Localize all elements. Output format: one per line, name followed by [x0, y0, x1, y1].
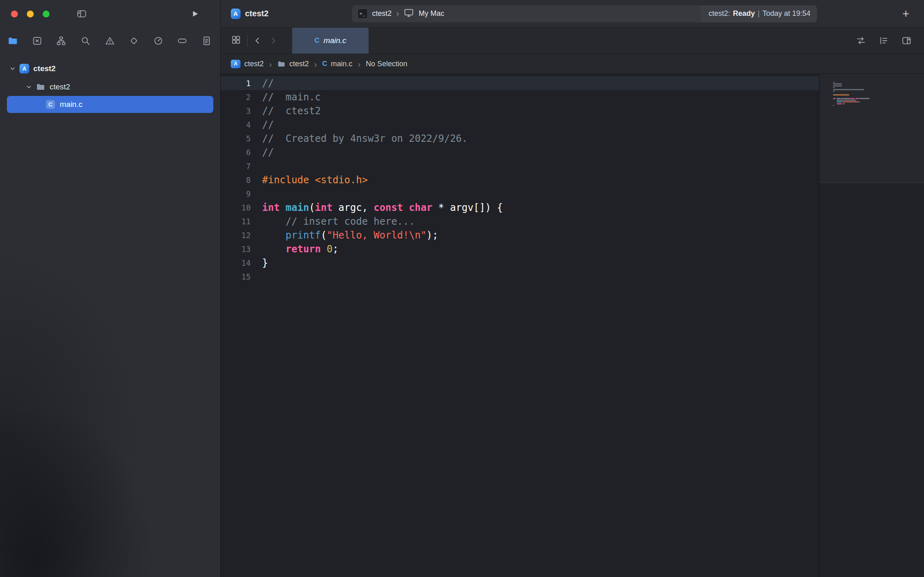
jumpbar-label: ctest2 [289, 60, 309, 68]
code-text: // ctest2 [251, 104, 321, 118]
editor-content: 1//2// main.c3// ctest24//5// Created by… [221, 74, 924, 577]
tree-row-file-selected[interactable]: C main.c [7, 96, 213, 113]
window-controls-bar [0, 0, 220, 28]
line-number: 13 [221, 242, 251, 256]
code-line[interactable]: 1// [221, 76, 819, 90]
code-text: #include <stdio.h> [251, 173, 368, 187]
code-line[interactable]: 5// Created by 4nsw3r on 2022/9/26. [221, 132, 819, 145]
line-number: 12 [221, 228, 251, 242]
source-control-navigator-icon[interactable] [32, 35, 43, 46]
mac-destination-icon [403, 7, 414, 20]
line-number: 7 [221, 159, 251, 173]
tab-main-c[interactable]: C main.c [292, 28, 369, 54]
code-line[interactable]: 4// [221, 118, 819, 132]
minimap[interactable] [833, 82, 918, 108]
project-title-group: A ctest2 [231, 9, 269, 19]
debug-navigator-icon[interactable] [153, 35, 164, 46]
tree-label-file: main.c [60, 100, 82, 109]
issue-navigator-icon[interactable] [104, 35, 115, 46]
symbol-navigator-icon[interactable] [56, 35, 67, 46]
chevron-down-icon[interactable] [10, 66, 15, 72]
code-line[interactable]: 10int main(int argc, const char * argv[]… [221, 201, 819, 215]
run-button[interactable] [190, 9, 200, 19]
code-line[interactable]: 6// [221, 145, 819, 159]
minimap-line [833, 89, 918, 90]
code-editor[interactable]: 1//2// main.c3// ctest24//5// Created by… [221, 74, 819, 577]
report-navigator-icon[interactable] [201, 35, 212, 46]
minimap-line [833, 105, 918, 106]
scheme-selector[interactable]: >_ ctest2 › My Mac [352, 7, 444, 20]
chevron-right-icon: › [396, 9, 399, 18]
divider [247, 35, 247, 46]
breakpoint-navigator-icon[interactable] [177, 35, 188, 46]
code-text: // [251, 145, 274, 159]
code-text [251, 159, 262, 173]
back-button[interactable] [253, 36, 262, 46]
code-line[interactable]: 13 return 0; [221, 242, 819, 256]
add-editor-icon[interactable] [901, 35, 912, 46]
xcode-project-icon: A [20, 64, 29, 74]
swap-editors-icon[interactable] [856, 35, 866, 46]
grid-overview-icon[interactable] [231, 35, 241, 47]
jumpbar-segment-project[interactable]: A ctest2 [231, 60, 264, 68]
folder-icon [277, 60, 286, 68]
jump-bar: A ctest2 › ctest2 › C main.c › No Select… [221, 54, 924, 74]
minimap-line [833, 83, 918, 85]
project-navigator-icon[interactable] [7, 35, 18, 46]
close-button[interactable] [11, 11, 18, 17]
activity-status[interactable]: ctest2: Ready | Today at 19:54 [701, 5, 818, 22]
jumpbar-label: ctest2 [244, 60, 264, 68]
line-number: 10 [221, 201, 251, 215]
tab-label: main.c [323, 36, 346, 45]
minimap-line [833, 106, 918, 108]
code-line[interactable]: 12 printf("Hello, World!\n"); [221, 228, 819, 242]
add-button[interactable]: + [902, 8, 909, 20]
scheme-destination: My Mac [419, 9, 444, 18]
code-line[interactable]: 15 [221, 270, 819, 284]
window-title: ctest2 [245, 9, 269, 18]
minimap-pane[interactable] [819, 74, 924, 577]
c-file-icon: C [315, 37, 319, 45]
jumpbar-segment-group[interactable]: ctest2 [277, 60, 309, 68]
line-number: 8 [221, 173, 251, 187]
tree-row-group[interactable]: ctest2 [0, 78, 220, 96]
line-number: 9 [221, 187, 251, 201]
tree-label-group: ctest2 [50, 82, 70, 91]
find-navigator-icon[interactable] [80, 35, 91, 46]
code-lines: 1//2// main.c3// ctest24//5// Created by… [221, 76, 819, 284]
code-line[interactable]: 14} [221, 256, 819, 270]
xcode-window: A ctest2 ctest2 C main.c A ctes [0, 0, 924, 577]
jumpbar-segment-selection[interactable]: No Selection [366, 60, 407, 68]
code-line[interactable]: 9 [221, 187, 819, 201]
xcode-glyph: A [234, 61, 238, 67]
forward-button[interactable] [269, 36, 278, 46]
c-file-icon: C [322, 60, 327, 68]
scheme-and-status-pill: >_ ctest2 › My Mac ctest2: Ready | Today… [352, 5, 818, 22]
code-line[interactable]: 8#include <stdio.h> [221, 173, 819, 187]
terminal-glyph: >_ [360, 11, 365, 16]
toggle-sidebar-icon[interactable] [76, 9, 88, 19]
code-line[interactable]: 7 [221, 159, 819, 173]
tree-row-project[interactable]: A ctest2 [0, 59, 220, 78]
code-line[interactable]: 3// ctest2 [221, 104, 819, 118]
xcode-project-icon: A [231, 60, 241, 68]
xcode-glyph: A [234, 10, 238, 17]
status-state: Ready [733, 9, 755, 18]
line-number: 1 [221, 76, 251, 90]
code-line[interactable]: 2// main.c [221, 90, 819, 104]
minimap-line [833, 96, 918, 97]
minimize-button[interactable] [27, 11, 34, 17]
chevron-down-icon[interactable] [26, 84, 32, 90]
minimap-line [833, 101, 918, 102]
zoom-button[interactable] [43, 11, 50, 17]
line-number: 3 [221, 104, 251, 118]
editor-options-icon[interactable] [878, 35, 889, 46]
status-time: Today at 19:54 [762, 9, 810, 18]
test-navigator-icon[interactable] [128, 35, 139, 46]
line-number: 6 [221, 145, 251, 159]
folder-icon [36, 82, 46, 92]
tree-label-project: ctest2 [33, 64, 56, 73]
code-line[interactable]: 11 // insert code here... [221, 215, 819, 228]
jumpbar-segment-file[interactable]: C main.c [322, 60, 352, 68]
xcode-app-icon: A [231, 9, 241, 19]
